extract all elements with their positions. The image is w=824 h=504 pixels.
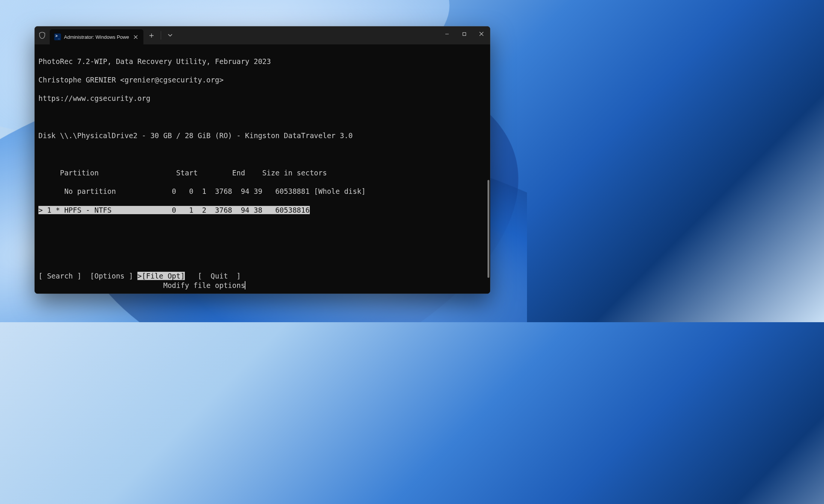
uac-shield-icon: [35, 26, 50, 44]
close-tab-icon[interactable]: [132, 33, 140, 41]
minimize-button[interactable]: [438, 26, 455, 41]
photorec-url: https://www.cgsecurity.org: [38, 94, 486, 103]
menu-hint: Modify file options: [38, 281, 245, 290]
tab-powershell[interactable]: Administrator: Windows Powe: [50, 29, 143, 44]
partition-row-selected[interactable]: > 1 * HPFS - NTFS 0 1 2 3768 94 38 60538…: [38, 206, 486, 215]
new-tab-button[interactable]: [143, 26, 160, 44]
menu-search[interactable]: [ Search ] [Options ]: [38, 272, 137, 280]
scrollbar[interactable]: [487, 180, 489, 278]
terminal-content[interactable]: PhotoRec 7.2-WIP, Data Recovery Utility,…: [35, 44, 490, 294]
menu-bar: [ Search ] [Options ] >[File Opt] [ Quit…: [38, 271, 241, 281]
close-button[interactable]: [473, 26, 490, 41]
powershell-icon: [54, 33, 61, 40]
cursor: [245, 281, 245, 289]
tab-title: Administrator: Windows Powe: [64, 34, 129, 40]
photorec-author: Christophe GRENIER <grenier@cgsecurity.o…: [38, 75, 486, 85]
titlebar: Administrator: Windows Powe: [35, 26, 490, 44]
photorec-header: PhotoRec 7.2-WIP, Data Recovery Utility,…: [38, 57, 486, 66]
disk-info: Disk \\.\PhysicalDrive2 - 30 GB / 28 GiB…: [38, 131, 486, 140]
partition-row-whole-disk[interactable]: No partition 0 0 1 3768 94 39 60538881 […: [38, 187, 486, 196]
terminal-window: Administrator: Windows Powe: [35, 26, 490, 294]
menu-file-opt-selected[interactable]: >[File Opt]: [137, 272, 185, 280]
svg-rect-0: [463, 32, 466, 35]
partition-table-header: Partition Start End Size in sectors: [38, 168, 486, 178]
maximize-button[interactable]: [455, 26, 473, 41]
menu-quit[interactable]: [ Quit ]: [185, 272, 241, 280]
tab-dropdown-button[interactable]: [162, 26, 178, 44]
